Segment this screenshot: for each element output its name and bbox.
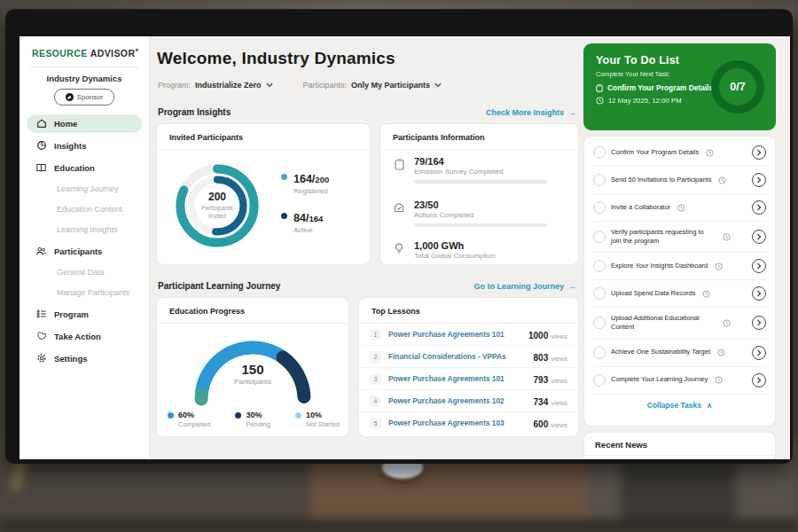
stat-total-consumption: 1,000 GWh Total Global Consumption (391, 240, 566, 260)
main-content: Welcome, Industry Dynamics Program: Indu… (149, 36, 583, 459)
task-open-button[interactable] (752, 316, 766, 330)
due-label: 12 May 2025, 12:00 PM (608, 97, 682, 105)
task-row[interactable]: Confirm Your Program Details (593, 139, 766, 167)
link-label: Check More Insights (486, 108, 564, 117)
task-open-button[interactable] (752, 346, 766, 360)
task-row[interactable]: Verify participants requesting to join t… (593, 222, 766, 253)
top-lessons-card: Top Lessons 1 Power Purchase Agreements … (358, 297, 579, 437)
task-row[interactable]: Upload Additional Educational Content (593, 308, 766, 339)
sidebar-item-settings[interactable]: Settings (27, 349, 142, 368)
sponsor-badge[interactable]: Sponsor (54, 89, 114, 106)
participants-information-card: Participants Information 79/164 Emission… (379, 123, 579, 265)
sidebar-item-program[interactable]: Program (27, 305, 142, 324)
lesson-link[interactable]: Power Purchase Agreements 103 (388, 419, 527, 427)
task-row[interactable]: Send 50 Invitations to Participants (593, 167, 766, 194)
program-icon (35, 309, 47, 320)
sidebar-item-take-action[interactable]: Take Action (27, 327, 142, 346)
learning-journey-header: Participant Learning Journey Go to Learn… (158, 281, 576, 291)
task-open-button[interactable] (752, 259, 766, 273)
task-checkbox[interactable] (593, 146, 606, 159)
lesson-row[interactable]: 3 Power Purchase Agreements 101 793views (359, 368, 578, 390)
lesson-row[interactable]: 2 Financial Considerations - VPPAs 803vi… (359, 346, 578, 368)
chevron-right-icon (756, 290, 762, 297)
task-open-button[interactable] (752, 173, 766, 187)
legend-dot (235, 412, 241, 419)
task-row[interactable]: Complete Your Learning Journey (593, 367, 766, 395)
sidebar-item-insights[interactable]: Insights (27, 137, 142, 155)
sidebar-item-learning-insights[interactable]: Learning Insights (27, 222, 142, 239)
legend-dot (281, 174, 287, 180)
filters-row: Program: Industrialize Zero Participants… (158, 81, 442, 90)
chevron-right-icon (756, 149, 762, 156)
sidebar-item-participants[interactable]: Participants (27, 242, 142, 261)
nav-label: Learning Insights (57, 225, 118, 234)
sidebar-item-manage-participants[interactable]: Manage Participants (27, 285, 142, 301)
sidebar-item-learning-journey[interactable]: Learning Journey (27, 181, 142, 198)
participants-invited-value: 200 (208, 191, 226, 203)
clock-icon (702, 290, 710, 298)
lesson-link[interactable]: Power Purchase Agreements 102 (388, 396, 527, 405)
sidebar-divider (30, 66, 138, 67)
sidebar-item-education[interactable]: Education (27, 159, 142, 177)
invited-participants-card: Invited Participants 200 Participants In… (156, 123, 371, 265)
task-checkbox[interactable] (593, 201, 606, 214)
sidebar-item-general-data[interactable]: General Data (27, 264, 142, 281)
home-icon (35, 118, 47, 129)
clock-icon (677, 204, 685, 212)
lesson-row[interactable]: 5 Power Purchase Agreements 103 600views (359, 412, 578, 434)
education-icon (35, 162, 47, 174)
program-label: Program: (158, 81, 191, 90)
clipboard-icon (596, 84, 603, 92)
gauge-value: 150 (157, 362, 348, 377)
card-divider (158, 149, 369, 150)
task-checkbox[interactable] (593, 174, 606, 186)
task-checkbox[interactable] (593, 287, 606, 300)
task-checkbox[interactable] (593, 231, 606, 243)
check-more-insights-link[interactable]: Check More Insights → (486, 108, 576, 117)
lesson-link[interactable]: Power Purchase Agreements 101 (388, 374, 527, 383)
task-open-button[interactable] (752, 145, 766, 160)
program-dropdown[interactable]: Program: Industrialize Zero (158, 81, 273, 90)
donut-center: 200 Participants Invited (192, 181, 242, 231)
task-label: Complete Your Learning Journey (611, 375, 708, 384)
sidebar-nav: Home Insights Education Learning Journey… (20, 114, 149, 368)
clock-icon (723, 319, 731, 327)
views-suffix: views (551, 355, 567, 363)
participants-dropdown[interactable]: Participants: Only My Participants (303, 81, 442, 90)
task-checkbox[interactable] (593, 347, 606, 359)
collapse-tasks-link[interactable]: Collapse Tasks ∧ (593, 395, 766, 415)
program-insights-header: Program Insights Check More Insights → (158, 107, 576, 117)
task-row[interactable]: Invite a Collaborator (593, 194, 766, 222)
task-row[interactable]: Upload Spend Data Records (593, 280, 766, 308)
clock-icon (596, 97, 604, 105)
task-checkbox[interactable] (593, 260, 606, 272)
stat-value: 79/164 (414, 156, 566, 167)
card-title: Education Progress (157, 298, 348, 323)
legend-total: 164 (309, 214, 323, 223)
sidebar-item-home[interactable]: Home (27, 114, 142, 133)
dashboard-screen: RESOURCEADVISOR+ Industry Dynamics Spons… (20, 36, 790, 459)
task-open-button[interactable] (752, 373, 766, 387)
task-open-button[interactable] (752, 286, 766, 301)
chevron-down-icon (434, 82, 442, 88)
lesson-row[interactable]: 1 Power Purchase Agreements 101 1000view… (359, 324, 578, 346)
legend-dot (281, 213, 287, 219)
task-row[interactable]: Achieve One Sustainability Target (593, 340, 766, 367)
task-open-button[interactable] (752, 230, 766, 244)
lesson-row[interactable]: 4 Power Purchase Agreements 102 734views (359, 390, 578, 412)
chevron-right-icon (756, 377, 762, 384)
task-label: Achieve One Sustainability Target (611, 348, 710, 356)
go-to-learning-journey-link[interactable]: Go to Learning Journey → (473, 282, 576, 291)
task-checkbox[interactable] (593, 317, 606, 329)
task-row[interactable]: Explore Your Insights Dashboard (593, 253, 766, 280)
task-open-button[interactable] (752, 200, 766, 215)
lesson-link[interactable]: Financial Considerations - VPPAs (388, 352, 527, 361)
task-checkbox[interactable] (593, 374, 606, 387)
sidebar-item-education-content[interactable]: Education Content (27, 201, 142, 218)
lesson-rank: 3 (370, 373, 381, 385)
gauge-center: 150 Participants (157, 362, 348, 386)
nav-label: Insights (54, 141, 86, 151)
gauge-legend: 60%Completed 30%Pending 10%Not Started (168, 411, 340, 428)
lesson-rank: 1 (370, 329, 381, 340)
lesson-link[interactable]: Power Purchase Agreements 101 (388, 330, 521, 339)
